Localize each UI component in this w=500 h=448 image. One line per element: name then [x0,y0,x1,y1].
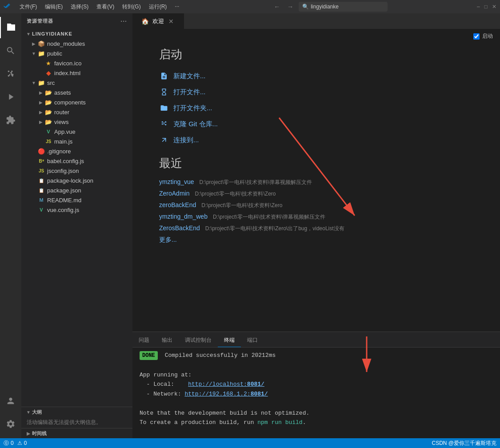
clone-git-item[interactable]: 克隆 Git 仓库... [159,119,473,129]
more-link[interactable]: 更多... [159,236,473,244]
local-link[interactable]: http://localhost:8081/ [188,381,264,388]
tree-item-vue-config[interactable]: V vue.config.js [21,205,132,215]
outline-header[interactable]: ▼ 大纲 [21,407,132,417]
recent-path-1: D:\project\零一电科\技术资料\Zero [195,190,276,198]
vscode-logo-icon [4,3,11,10]
startup-checkbox[interactable] [473,33,480,40]
nav-back-button[interactable]: ← [272,2,282,11]
connect-text[interactable]: 连接到... [173,136,199,144]
panel-tab-terminal[interactable]: 终端 [218,334,241,347]
pkg-lock-icon: 📋 [37,176,45,184]
src-arrow-icon: ▼ [30,80,37,85]
workspace-root[interactable]: ▼ LINGYIDIANKE [21,29,132,39]
activity-source-control[interactable] [0,63,21,84]
recent-name-1[interactable]: ZeroAdmin [159,190,189,197]
done-badge: DONE [140,351,158,360]
menu-goto[interactable]: 转到(G) [119,2,144,12]
editor-area: 🏠 欢迎 ✕ 启动 启动 新建文件.. [132,13,500,438]
activity-settings[interactable] [0,413,21,435]
panel-tab-output[interactable]: 输出 [156,334,179,347]
vue-config-icon: V [37,206,45,214]
recent-item-2[interactable]: zeroBackEnd D:\project\零一电科\技术资料\Zero [159,201,473,209]
nav-forward-button[interactable]: → [285,2,295,11]
recent-name-0[interactable]: ymzting_vue [159,178,194,185]
recent-item-1[interactable]: ZeroAdmin D:\project\零一电科\技术资料\Zero [159,190,473,198]
tree-item-index-html[interactable]: ◆ index.html [21,68,132,78]
terminal-line-empty [140,361,493,370]
tree-item-favicon[interactable]: ★ favicon.ico [21,58,132,68]
menu-select[interactable]: 选择(S) [67,2,92,12]
tree-item-views[interactable]: ▶ 📂 views [21,117,132,127]
menu-file[interactable]: 文件(F) [16,2,40,12]
tree-item-public[interactable]: ▼ 📁 public [21,48,132,58]
start-title: 启动 [159,47,473,62]
tree-item-readme[interactable]: M README.md [21,195,132,205]
activity-account[interactable] [0,390,21,412]
clone-git-text[interactable]: 克隆 Git 仓库... [173,120,218,128]
sidebar-content: ▼ LINGYIDIANKE ▶ 📦 node_modules ▼ 📁 publ… [21,29,132,407]
new-file-text[interactable]: 新建文件... [173,72,206,80]
recent-item-0[interactable]: ymzting_vue D:\project\零一电科\技术资料\弹幕视频解压文… [159,178,473,186]
menu-more[interactable]: ··· [171,2,183,12]
status-errors[interactable]: ⓪ 0 [4,440,14,447]
panel-tab-ports[interactable]: 端口 [241,334,264,347]
menu-bar: 文件(F) 编辑(E) 选择(S) 查看(V) 转到(G) 运行(R) ··· [16,2,183,12]
new-file-item[interactable]: 新建文件... [159,71,473,81]
menu-edit[interactable]: 编辑(E) [41,2,66,12]
tree-item-src[interactable]: ▼ 📁 src [21,78,132,88]
recent-section: 最近 ymzting_vue D:\project\零一电科\技术资料\弹幕视频… [159,156,473,244]
open-file-item[interactable]: 打开文件... [159,87,473,97]
panel-tab-problems[interactable]: 问题 [132,334,156,347]
jsconfig-icon: JS [37,167,45,175]
tree-item-gitignore[interactable]: 🔴 .gitignore [21,146,132,156]
outline-content: 活动编辑器无法提供大纲信息。 [21,417,132,428]
menu-view[interactable]: 查看(V) [93,2,118,12]
status-warnings[interactable]: ⚠ 0 [17,440,27,446]
views-icon: 📂 [44,118,52,126]
recent-name-3[interactable]: ymzting_dm_web [159,213,208,220]
extensions-icon [6,115,16,125]
tab-welcome[interactable]: 🏠 欢迎 ✕ [132,13,184,29]
activity-bottom [0,390,21,435]
open-folder-text[interactable]: 打开文件夹... [173,104,212,112]
open-folder-item[interactable]: 打开文件夹... [159,103,473,113]
activity-extensions[interactable] [0,109,21,131]
tree-item-babel-config[interactable]: Bᵃ babel.config.js [21,156,132,166]
menu-run[interactable]: 运行(R) [145,2,171,12]
assets-arrow-icon: ▶ [37,90,44,95]
sidebar-more-icon[interactable]: ··· [120,18,127,25]
tree-item-assets[interactable]: ▶ 📂 assets [21,88,132,97]
tree-item-router[interactable]: ▶ 📂 router [21,107,132,117]
tree-item-main-js[interactable]: JS main.js [21,136,132,146]
main-js-icon: JS [44,137,52,145]
recent-item-4[interactable]: ZerosBackEnd D:\project\零一电科\技术资料\Zero\出… [159,224,473,232]
search-bar[interactable]: 🔍 lingyidianke [299,2,388,12]
src-label: src [47,80,55,86]
activity-search[interactable] [0,40,21,61]
terminal-line-4 [140,399,493,408]
panel-tab-debug[interactable]: 调试控制台 [179,334,218,347]
activity-run[interactable] [0,86,21,108]
titlebar-right: – □ ✕ [477,4,496,10]
run-icon [6,92,16,102]
open-file-text[interactable]: 打开文件... [173,88,206,96]
network-link[interactable]: http://192.168.1.2:8081/ [184,391,268,397]
app-vue-icon: V [44,128,52,136]
recent-item-3[interactable]: ymzting_dm_web D:\project\零一电科\技术资料\弹幕视频… [159,213,473,221]
readme-icon: M [37,196,45,204]
titlebar-left: 文件(F) 编辑(E) 选择(S) 查看(V) 转到(G) 运行(R) ··· [4,2,183,12]
tree-item-jsconfig[interactable]: JS jsconfig.json [21,166,132,176]
recent-name-2[interactable]: zeroBackEnd [159,201,196,208]
tree-item-components[interactable]: ▶ 📂 components [21,97,132,107]
tree-item-package-lock[interactable]: 📋 package-lock.json [21,176,132,185]
timeline-header[interactable]: ▶ 时间线 [21,428,132,438]
connect-item[interactable]: 连接到... [159,135,473,145]
tree-item-package-json[interactable]: 📋 package.json [21,185,132,195]
tree-item-app-vue[interactable]: V App.vue [21,127,132,136]
activity-explorer[interactable] [0,17,21,38]
tree-item-node-modules[interactable]: ▶ 📦 node_modules [21,39,132,48]
recent-name-4[interactable]: ZerosBackEnd [159,224,200,232]
index-html-icon: ◆ [44,69,52,77]
start-section: 启动 新建文件... 打开文件... [159,47,473,145]
tab-close-button[interactable]: ✕ [168,18,175,25]
